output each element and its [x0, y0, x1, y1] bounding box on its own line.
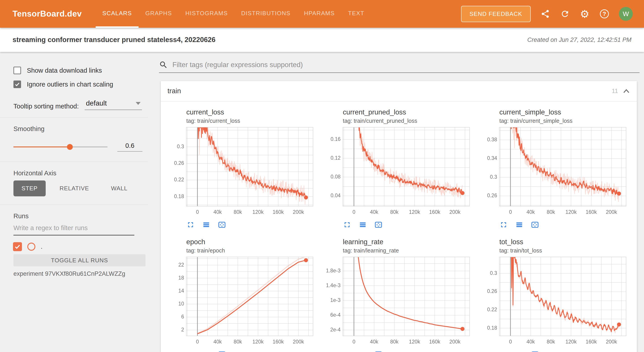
settings-icon[interactable]: ⚙ — [580, 9, 590, 19]
horizontal-axis-label: Horizontal Axis — [14, 170, 148, 177]
page-title: streaming conformer transducer pruned st… — [12, 36, 216, 44]
chart-tag: tag: train/current_pruned_loss — [343, 118, 473, 124]
train-card-header[interactable]: train 11 — [161, 81, 637, 101]
chart-plot[interactable] — [482, 126, 629, 216]
chart-title: epoch — [186, 238, 316, 246]
fit-domain-icon[interactable] — [531, 220, 539, 229]
chart-plot[interactable] — [325, 256, 473, 346]
chart-epoch: epoch tag: train/epoch — [168, 238, 316, 352]
chart-plot[interactable] — [168, 126, 316, 216]
runs-filter-input[interactable] — [14, 224, 134, 235]
smoothing-slider[interactable] — [14, 144, 108, 150]
share-icon[interactable] — [540, 9, 550, 19]
expand-chart-icon[interactable] — [499, 220, 508, 229]
chart-toolbar — [499, 220, 629, 229]
fit-domain-icon[interactable] — [531, 350, 539, 352]
expand-chart-icon[interactable] — [186, 220, 195, 229]
expand-chart-icon[interactable] — [343, 350, 351, 352]
charts-grid: current_loss tag: train/current_loss cur… — [161, 102, 637, 352]
fit-domain-icon[interactable] — [374, 220, 383, 229]
slider-fill — [14, 147, 70, 147]
chart-toolbar — [186, 220, 316, 229]
run-row: . — [13, 242, 148, 251]
smoothing-value-input[interactable]: 0.6 — [117, 142, 142, 152]
expand-chart-icon[interactable] — [499, 350, 508, 352]
card-count: 11 — [612, 88, 618, 95]
slider-thumb[interactable] — [67, 144, 73, 150]
chart-title: current_pruned_loss — [343, 108, 473, 116]
tab-graphs[interactable]: GRAPHS — [138, 0, 179, 28]
chart-tot_loss: tot_loss tag: train/tot_loss — [482, 238, 629, 352]
help-glyph: ? — [600, 9, 609, 18]
chart-tag: tag: train/current_loss — [186, 118, 316, 124]
chart-current_loss: current_loss tag: train/current_loss — [168, 108, 316, 229]
dropdown-arrow-icon — [136, 102, 140, 105]
tag-filter-input[interactable] — [172, 61, 640, 69]
app-logo[interactable]: TensorBoard.dev — [12, 9, 82, 18]
show-download-links-checkbox[interactable]: Show data download links — [14, 65, 148, 76]
chevron-up-icon[interactable] — [622, 88, 630, 94]
three-lines-icon[interactable] — [358, 350, 367, 352]
expand-chart-icon[interactable] — [343, 220, 351, 229]
axis-wall-button[interactable]: WALL — [103, 180, 136, 196]
chart-tag: tag: train/current_simple_loss — [499, 118, 629, 124]
axis-step-button[interactable]: STEP — [14, 180, 46, 196]
fit-domain-icon[interactable] — [374, 350, 383, 352]
three-lines-icon[interactable] — [515, 350, 524, 352]
expand-chart-icon[interactable] — [186, 350, 195, 352]
experiment-title-bar: streaming conformer transducer pruned st… — [0, 28, 644, 52]
run-color-swatch[interactable] — [27, 243, 36, 251]
chart-title: current_simple_loss — [499, 108, 629, 116]
fit-domain-icon[interactable] — [218, 350, 226, 352]
three-lines-icon[interactable] — [515, 220, 524, 229]
tab-histograms[interactable]: HISTOGRAMS — [179, 0, 234, 28]
smoothing-row: 0.6 — [14, 142, 148, 152]
card-title: train — [168, 87, 181, 95]
tab-distributions[interactable]: DISTRIBUTIONS — [234, 0, 297, 28]
nav-actions: SEND FEEDBACK ⚙ ? W — [461, 6, 633, 22]
chart-tag: tag: train/tot_loss — [499, 247, 629, 254]
tag-filter — [159, 60, 640, 73]
send-feedback-button[interactable]: SEND FEEDBACK — [461, 6, 531, 22]
tab-text[interactable]: TEXT — [342, 0, 371, 28]
app-header: TensorBoard.dev SCALARS GRAPHS HISTOGRAM… — [0, 0, 644, 28]
tooltip-sorting-select[interactable]: default — [85, 99, 142, 110]
run-checkbox[interactable] — [13, 242, 22, 251]
chart-title: learning_rate — [343, 238, 473, 246]
three-lines-icon[interactable] — [202, 220, 210, 229]
fit-domain-icon[interactable] — [218, 220, 226, 229]
chart-title: tot_loss — [499, 238, 629, 246]
chart-learning_rate: learning_rate tag: train/learning_rate — [325, 238, 473, 352]
chart-plot[interactable] — [168, 256, 316, 346]
chart-current_pruned_loss: current_pruned_loss tag: train/current_p… — [325, 108, 473, 229]
ignore-outliers-checkbox[interactable]: Ignore outliers in chart scaling — [14, 79, 148, 89]
refresh-icon[interactable] — [560, 9, 570, 19]
train-card: train 11 current_loss tag: train/current… — [161, 81, 637, 352]
three-lines-icon[interactable] — [202, 350, 210, 352]
tooltip-sorting-row: Tooltip sorting method: default — [14, 99, 148, 110]
checkbox-label: Ignore outliers in chart scaling — [27, 81, 113, 88]
help-icon[interactable]: ? — [599, 9, 610, 19]
tooltip-sorting-value: default — [86, 99, 107, 107]
chart-title: current_loss — [186, 108, 316, 116]
chart-plot[interactable] — [325, 126, 473, 216]
slider-track — [14, 147, 108, 147]
main-content: train 11 current_loss tag: train/current… — [148, 52, 644, 352]
chart-current_simple_loss: current_simple_loss tag: train/current_s… — [482, 108, 629, 229]
tooltip-sorting-label: Tooltip sorting method: — [14, 103, 79, 110]
axis-relative-button[interactable]: RELATIVE — [52, 180, 97, 196]
sidebar-divider — [0, 204, 148, 205]
toggle-all-runs-button[interactable]: TOGGLE ALL RUNS — [14, 254, 146, 266]
chart-tag: tag: train/learning_rate — [343, 247, 473, 254]
smoothing-label: Smoothing — [14, 125, 148, 133]
three-lines-icon[interactable] — [358, 220, 367, 229]
avatar[interactable]: W — [619, 7, 633, 21]
chart-toolbar — [343, 350, 473, 352]
checkbox-label: Show data download links — [27, 67, 102, 74]
tab-hparams[interactable]: HPARAMS — [297, 0, 341, 28]
sidebar-divider — [0, 162, 148, 162]
tab-scalars[interactable]: SCALARS — [96, 0, 138, 28]
checkbox-checked-icon — [14, 80, 21, 88]
chart-plot[interactable] — [482, 256, 629, 346]
horizontal-axis-buttons: STEP RELATIVE WALL — [14, 180, 148, 196]
